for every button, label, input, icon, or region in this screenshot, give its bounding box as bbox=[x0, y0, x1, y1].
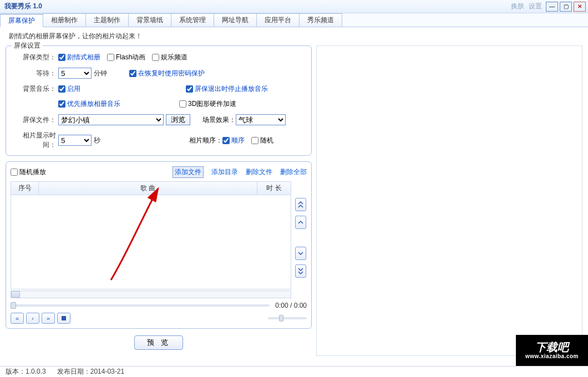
minimize-button[interactable]: — bbox=[546, 2, 558, 12]
check-shuffle[interactable]: 随机播放 bbox=[11, 167, 46, 177]
chevrons-down-icon bbox=[298, 268, 303, 274]
reorder-buttons bbox=[291, 181, 307, 298]
label-type: 屏保类型： bbox=[12, 53, 56, 62]
close-button[interactable]: ✕ bbox=[574, 2, 586, 12]
label-order: 相片顺序： bbox=[189, 136, 222, 145]
page-hint: 剧情式的相册屏幕保护，让你的相片动起来！ bbox=[0, 27, 588, 45]
check-password[interactable]: 在恢复时使用密码保护 bbox=[129, 69, 205, 78]
screensaver-settings-group: 屏保设置 屏保类型： 剧情式相册 Flash动画 娱乐频道 等待： 5 分钟 在… bbox=[6, 45, 312, 156]
photo-time-select[interactable]: 5 bbox=[58, 135, 92, 146]
stop-icon bbox=[62, 316, 66, 320]
titlebar: 我要秀乐 1.0 换肤 设置 — ▢ ✕ bbox=[0, 0, 588, 13]
col-index[interactable]: 序号 bbox=[11, 182, 39, 195]
status-version: 版本：1.0.0.3 bbox=[6, 367, 46, 376]
horizontal-scrollbar[interactable] bbox=[11, 291, 291, 298]
tab-urlnav[interactable]: 网址导航 bbox=[214, 13, 257, 27]
browse-button[interactable]: 浏览 bbox=[166, 114, 190, 125]
label-photo-time: 相片显示时间： bbox=[12, 131, 56, 150]
delete-all-button[interactable]: 删除全部 bbox=[280, 167, 307, 177]
skin-link[interactable]: 换肤 bbox=[511, 2, 524, 11]
tab-platform[interactable]: 应用平台 bbox=[256, 13, 300, 27]
playlist-header: 序号 歌 曲 时 长 bbox=[11, 181, 291, 195]
tab-system[interactable]: 系统管理 bbox=[171, 13, 214, 27]
label-file: 屏保文件： bbox=[12, 115, 56, 125]
status-bar: 版本：1.0.0.3 发布日期：2014-03-21 bbox=[0, 366, 588, 377]
prev-button[interactable]: « bbox=[11, 313, 24, 324]
type-flash[interactable]: Flash动画 bbox=[107, 53, 145, 62]
move-top-button[interactable] bbox=[295, 198, 306, 211]
maximize-button[interactable]: ▢ bbox=[560, 2, 572, 12]
tab-theme[interactable]: 主题制作 bbox=[85, 13, 129, 27]
preview-button[interactable]: 预 览 bbox=[134, 335, 183, 350]
main-tabs: 屏幕保护 相册制作 主题制作 背景墙纸 系统管理 网址导航 应用平台 秀乐频道 bbox=[0, 13, 588, 27]
col-song[interactable]: 歌 曲 bbox=[39, 182, 257, 195]
play-button[interactable]: › bbox=[26, 313, 39, 324]
tab-channel[interactable]: 秀乐频道 bbox=[299, 13, 342, 27]
photo-time-unit: 秒 bbox=[94, 136, 100, 145]
settings-link[interactable]: 设置 bbox=[529, 2, 542, 11]
watermark-url: www.xiazaiba.com bbox=[525, 354, 579, 359]
volume-slider[interactable] bbox=[268, 317, 307, 319]
delete-file-button[interactable]: 删除文件 bbox=[246, 167, 272, 177]
tab-wallpaper[interactable]: 背景墙纸 bbox=[128, 13, 171, 27]
time-display: 0:00 / 0:00 bbox=[275, 302, 307, 309]
chevron-up-icon bbox=[298, 220, 303, 225]
playlist-body[interactable] bbox=[11, 195, 291, 289]
col-duration[interactable]: 时 长 bbox=[257, 182, 291, 195]
check-prefer-album-music[interactable]: 优先播放相册音乐 bbox=[58, 99, 120, 109]
add-dir-button[interactable]: 添加目录 bbox=[211, 167, 238, 177]
watermark-text: 下载吧 bbox=[535, 342, 569, 353]
wait-unit: 分钟 bbox=[94, 69, 107, 78]
type-ent[interactable]: 娱乐频道 bbox=[152, 53, 187, 62]
move-bottom-button[interactable] bbox=[295, 264, 306, 278]
order-seq[interactable]: 顺序 bbox=[222, 136, 245, 145]
progress-slider[interactable] bbox=[11, 304, 270, 307]
order-rand[interactable]: 随机 bbox=[251, 136, 273, 145]
move-down-button[interactable] bbox=[295, 247, 306, 260]
type-story[interactable]: 剧情式相册 bbox=[58, 53, 100, 62]
add-file-button[interactable]: 添加文件 bbox=[173, 166, 204, 178]
chevron-down-icon bbox=[298, 251, 303, 256]
move-up-button[interactable] bbox=[295, 216, 306, 229]
playlist-group: 随机播放 添加文件 添加目录 删除文件 删除全部 序号 歌 曲 时 长 bbox=[6, 161, 312, 329]
check-stop-music-on-exit[interactable]: 屏保退出时停止播放音乐 bbox=[186, 84, 268, 94]
wait-select[interactable]: 5 bbox=[58, 68, 92, 79]
chevrons-up-icon bbox=[298, 201, 303, 208]
label-wait: 等待： bbox=[12, 69, 56, 78]
stop-button[interactable] bbox=[57, 313, 70, 324]
file-select[interactable]: 梦幻小镇 bbox=[58, 114, 164, 125]
preview-pane bbox=[316, 45, 582, 356]
next-button[interactable]: » bbox=[42, 313, 55, 324]
watermark: 下载吧 www.xiazaiba.com bbox=[516, 335, 588, 366]
tab-album[interactable]: 相册制作 bbox=[43, 13, 86, 27]
scene-select[interactable]: 气球 bbox=[236, 114, 286, 125]
check-enable-music[interactable]: 启用 bbox=[58, 84, 80, 94]
label-scene: 场景效果： bbox=[202, 115, 236, 125]
window-title: 我要秀乐 1.0 bbox=[2, 2, 509, 11]
check-3d-hw[interactable]: 3D图形硬件加速 bbox=[179, 99, 236, 109]
playlist-table: 序号 歌 曲 时 长 bbox=[11, 181, 291, 298]
status-date: 发布日期：2014-03-21 bbox=[57, 367, 124, 376]
label-bgmusic: 背景音乐： bbox=[12, 84, 56, 94]
tab-screensaver[interactable]: 屏幕保护 bbox=[0, 14, 43, 27]
group-title: 屏保设置 bbox=[12, 41, 43, 50]
